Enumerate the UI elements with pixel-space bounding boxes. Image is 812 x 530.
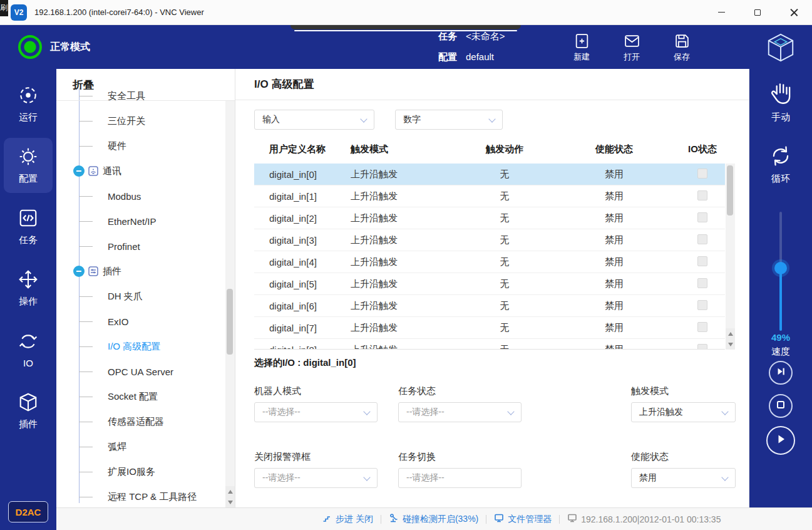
form-field-select[interactable]: --请选择-- xyxy=(254,402,378,422)
collision-detection-status[interactable]: 碰撞检测开启(33%) xyxy=(389,513,478,525)
task-value: <未命名> xyxy=(466,31,505,43)
tree-item[interactable]: 通讯 xyxy=(56,158,225,184)
tree-item-label: OPC UA Server xyxy=(108,366,173,377)
io-type-select[interactable]: 数字 xyxy=(395,110,503,130)
form-field: 关闭报警弹框 --请选择-- xyxy=(254,451,398,488)
sidebar-item-plugin[interactable]: 插件 xyxy=(4,383,53,439)
titlebar[interactable]: V2 192.168.1.200 (intel-corei7-64:0) - V… xyxy=(0,0,812,25)
form-field-select[interactable]: 禁用 xyxy=(631,468,736,488)
tree-item[interactable]: Profinet xyxy=(56,234,225,259)
io-table-row[interactable]: digital_in[1] 上升沿触发 无 禁用 xyxy=(254,185,725,207)
tree-item[interactable]: ExIO xyxy=(56,309,225,334)
tree-scroll-up-button[interactable] xyxy=(225,486,235,497)
step-forward-button[interactable] xyxy=(769,361,793,385)
tree-item-label: DH 夹爪 xyxy=(108,291,143,303)
sidebar-item-io[interactable]: IO xyxy=(4,322,53,377)
tree-item[interactable]: 弧焊 xyxy=(56,434,225,459)
speed-slider-thumb[interactable] xyxy=(774,262,787,274)
form-field-label: 使能状态 xyxy=(631,451,750,463)
cell-enable-state: 禁用 xyxy=(605,234,624,246)
window-title: 192.168.1.200 (intel-corei7-64:0) - VNC … xyxy=(34,8,204,17)
tree-item[interactable]: 插件 xyxy=(56,259,225,284)
io-state-checkbox[interactable] xyxy=(697,322,707,332)
play-button[interactable] xyxy=(766,426,795,455)
form-field-label: 任务状态 xyxy=(398,385,631,397)
io-table-body: digital_in[0] 上升沿触发 无 禁用 digital_in[1] 上… xyxy=(254,164,725,350)
cell-trigger-mode: 上升沿触发 xyxy=(351,300,461,312)
io-config-form: 机器人模式 --请选择-- 任务状态 --请选择-- 触发模式 xyxy=(254,385,750,488)
io-table-row[interactable]: digital_in[4] 上升沿触发 无 禁用 xyxy=(254,251,725,273)
form-field-select[interactable]: --请选择-- xyxy=(398,402,522,422)
io-state-checkbox[interactable] xyxy=(697,234,707,244)
table-scrollbar[interactable] xyxy=(726,164,735,350)
collapse-minus-icon[interactable] xyxy=(73,165,85,177)
form-field-select[interactable]: --请选择-- xyxy=(254,468,378,488)
tree-item[interactable]: 硬件 xyxy=(56,133,225,158)
form-field-value: --请选择-- xyxy=(262,407,301,418)
stop-button[interactable] xyxy=(769,394,793,418)
form-field-select[interactable]: 上升沿触发 xyxy=(631,402,736,422)
table-scroll-up-button[interactable] xyxy=(726,328,735,339)
sidebar-label-plugin: 插件 xyxy=(19,418,38,430)
io-state-checkbox[interactable] xyxy=(697,212,707,222)
collapse-minus-icon[interactable] xyxy=(73,266,85,277)
tree-item[interactable]: 扩展IO服务 xyxy=(56,459,225,484)
tree-scrollbar[interactable] xyxy=(225,101,235,507)
cell-trigger-action: 无 xyxy=(500,190,510,202)
speed-label: 速度 xyxy=(749,346,812,358)
loop-mode-button[interactable]: 循环 xyxy=(749,144,812,185)
tree-item[interactable]: I/O 高级配置 xyxy=(56,334,225,359)
vnc-toolbar-tab[interactable] xyxy=(290,25,521,29)
open-task-button[interactable]: 打开 xyxy=(612,33,652,63)
io-swap-icon xyxy=(18,331,38,354)
sidebar-item-task[interactable]: 任务 xyxy=(4,199,53,254)
io-table-row[interactable]: digital_in[8] 上升沿触发 无 禁用 xyxy=(254,339,725,350)
save-task-button[interactable]: 保存 xyxy=(662,33,702,63)
sidebar-label-io: IO xyxy=(23,358,33,368)
io-table-row[interactable]: digital_in[7] 上升沿触发 无 禁用 xyxy=(254,317,725,339)
minimize-button[interactable] xyxy=(703,0,739,25)
tree-item[interactable]: 远程 TCP & 工具路径 xyxy=(56,484,225,507)
io-table-row[interactable]: digital_in[2] 上升沿触发 无 禁用 xyxy=(254,207,725,229)
tree-item[interactable]: DH 夹爪 xyxy=(56,284,225,309)
sidebar-item-run[interactable]: 运行 xyxy=(4,76,53,132)
tree-item[interactable]: 三位开关 xyxy=(56,108,225,133)
step-mode-status[interactable]: 步进 关闭 xyxy=(322,513,373,525)
form-field-select[interactable]: --请选择-- xyxy=(398,468,522,488)
tree-item[interactable]: Socket 配置 xyxy=(56,384,225,409)
table-scroll-down-button[interactable] xyxy=(726,339,735,350)
new-task-button[interactable]: 新建 xyxy=(562,33,602,63)
tree-scroll-down-button[interactable] xyxy=(225,497,235,507)
tree-collapse-toggle[interactable]: 折叠 xyxy=(73,78,94,92)
manual-mode-button[interactable]: 手动 xyxy=(749,80,812,123)
io-state-checkbox[interactable] xyxy=(697,300,707,310)
tree-item[interactable]: Modbus xyxy=(56,184,225,209)
form-field-label: 触发模式 xyxy=(631,385,750,397)
table-scrollbar-thumb[interactable] xyxy=(727,165,733,216)
io-state-checkbox[interactable] xyxy=(697,190,707,200)
io-table-row[interactable]: digital_in[6] 上升沿触发 无 禁用 xyxy=(254,295,725,317)
cell-trigger-mode: 上升沿触发 xyxy=(351,190,461,202)
d2ac-badge[interactable]: D2AC xyxy=(8,501,48,522)
tree-item[interactable]: 传感器适配器 xyxy=(56,409,225,434)
maximize-button[interactable] xyxy=(739,0,776,25)
task-info: 任务 <未命名> xyxy=(438,31,505,43)
sidebar-item-operate[interactable]: 操作 xyxy=(4,261,53,316)
io-table-row[interactable]: digital_in[3] 上升沿触发 无 禁用 xyxy=(254,229,725,251)
io-state-checkbox[interactable] xyxy=(697,256,707,266)
io-table-row[interactable]: digital_in[5] 上升沿触发 无 禁用 xyxy=(254,273,725,295)
tree-item-label: 远程 TCP & 工具路径 xyxy=(108,491,197,503)
io-state-checkbox[interactable] xyxy=(697,278,707,288)
io-direction-select[interactable]: 输入 xyxy=(254,110,374,130)
sidebar-item-config[interactable]: 配置 xyxy=(4,138,53,193)
io-state-checkbox[interactable] xyxy=(697,169,707,179)
tree-item[interactable]: OPC UA Server xyxy=(56,359,225,384)
io-table-header: 用户定义名称 触发模式 触发动作 使能状态 IO状态 xyxy=(254,135,725,164)
mode-status-indicator[interactable] xyxy=(18,35,42,59)
io-state-checkbox[interactable] xyxy=(697,344,707,350)
file-manager-button[interactable]: 文件管理器 xyxy=(494,513,552,525)
tree-scrollbar-thumb[interactable] xyxy=(227,289,233,355)
io-table-row[interactable]: digital_in[0] 上升沿触发 无 禁用 xyxy=(254,164,725,185)
close-button[interactable] xyxy=(776,0,812,25)
tree-item[interactable]: EtherNet/IP xyxy=(56,209,225,234)
